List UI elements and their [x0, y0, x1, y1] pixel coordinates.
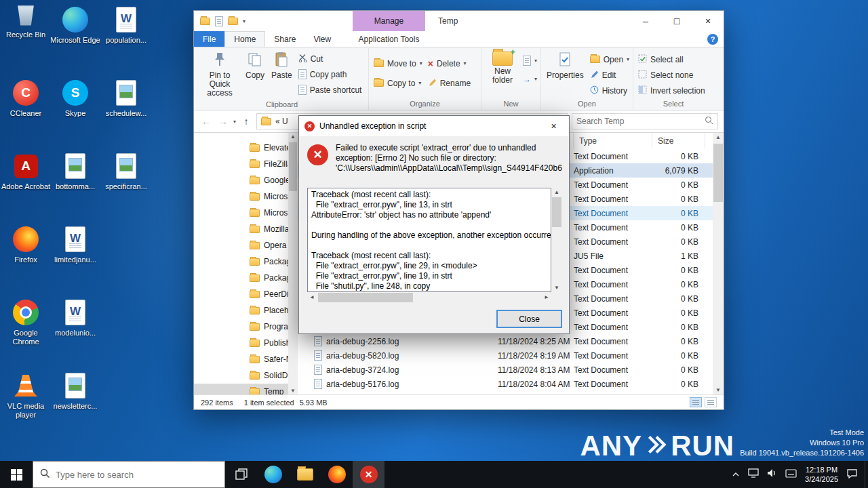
desktop-icon-skype[interactable]: S Skype [50, 79, 101, 118]
delete-button[interactable]: × Delete ▾ [425, 56, 473, 70]
desktop-icon-firefox[interactable]: Firefox [0, 225, 52, 264]
paste-shortcut-button[interactable]: Paste shortcut [296, 83, 365, 97]
show-desktop-button[interactable] [865, 461, 868, 488]
forward-button[interactable]: → [216, 116, 230, 127]
new-folder-button[interactable]: + New folder [484, 49, 521, 87]
paste-button[interactable]: Paste [268, 49, 296, 82]
tree-item-elevate[interactable]: Elevate [194, 140, 298, 156]
easy-access-button[interactable]: → ▾ [521, 72, 538, 86]
taskbar-clock[interactable]: 12:18 PM 3/24/2025 [805, 465, 838, 484]
breadcrumb[interactable]: « U [275, 117, 288, 126]
taskbar-file-explorer-button[interactable] [289, 461, 321, 488]
tree-item-temp[interactable]: Temp [194, 384, 298, 394]
copy-path-button[interactable]: Copy path [296, 67, 365, 81]
qat-customize-chevron-icon[interactable]: ▾ [243, 18, 245, 24]
file-row[interactable]: aria-debug-5176.log11/18/2024 8:04 AMTex… [298, 377, 724, 391]
recent-locations-chevron-icon[interactable]: ▾ [233, 119, 236, 125]
tree-item-programs[interactable]: Progra... [194, 319, 298, 335]
keyboard-tray-icon[interactable] [785, 468, 797, 481]
tree-scrollbar[interactable]: ▲ ▼ [288, 133, 298, 394]
start-button[interactable] [0, 461, 33, 488]
column-header-type[interactable]: Type [574, 133, 652, 149]
search-input[interactable] [576, 117, 702, 126]
move-to-button[interactable]: Move to ▾ [371, 56, 425, 70]
help-icon[interactable]: ? [707, 34, 718, 45]
search-box[interactable] [572, 113, 718, 129]
column-header-size[interactable]: Size [652, 133, 705, 149]
title-bar[interactable]: ▾ Manage Temp – □ × [194, 11, 724, 31]
tree-item-microsoft-1[interactable]: Micros... [194, 188, 298, 205]
back-button[interactable]: ← [199, 116, 213, 127]
tree-item-publishers[interactable]: Publish... [194, 335, 298, 351]
desktop-icon-ccleaner[interactable]: C CCleaner [0, 79, 52, 118]
file-row[interactable]: aria-debug-5820.log11/18/2024 8:19 AMTex… [298, 348, 724, 363]
task-view-button[interactable] [225, 461, 257, 488]
select-none-button[interactable]: Select none [635, 68, 708, 82]
tree-item-microsoft-2[interactable]: Micros... [194, 205, 298, 221]
display-tray-icon[interactable] [748, 468, 759, 481]
qat-new-folder-icon[interactable] [228, 18, 238, 25]
details-view-button[interactable] [690, 397, 702, 407]
tree-item-opera[interactable]: Opera [194, 237, 298, 253]
properties-button[interactable]: Properties [543, 49, 587, 82]
file-list-scrollbar-thumb[interactable] [713, 144, 723, 202]
desktop-icon-edge[interactable]: Microsoft Edge [50, 5, 101, 45]
taskbar-edge-button[interactable] [257, 461, 289, 488]
scroll-up-icon[interactable]: ▲ [288, 134, 298, 140]
scroll-up-icon[interactable]: ▲ [713, 134, 724, 140]
desktop-icon-recycle-bin[interactable]: Recycle Bin [0, 0, 52, 39]
open-button[interactable]: Open ▾ [587, 52, 632, 66]
new-item-button[interactable]: ▾ [521, 54, 538, 68]
scroll-up-icon[interactable]: ▲ [551, 189, 562, 195]
tree-item-placeholder[interactable]: Placeho... [194, 302, 298, 319]
tree-item-peerdis[interactable]: PeerDis... [194, 286, 298, 302]
tree-item-packages-2[interactable]: Packag... [194, 270, 298, 286]
scroll-down-icon[interactable]: ▼ [551, 285, 562, 291]
file-row[interactable]: aria-debug-3724.log11/18/2024 8:13 AMTex… [298, 363, 724, 377]
close-button[interactable]: × [692, 11, 724, 31]
dialog-close-icon[interactable]: × [538, 116, 569, 136]
qat-properties-icon[interactable] [215, 16, 223, 26]
scroll-down-icon[interactable]: ▼ [288, 388, 298, 394]
traceback-text[interactable]: Traceback (most recent call last): File … [307, 188, 551, 292]
desktop-icon-vlc[interactable]: VLC media player [0, 371, 52, 420]
taskbar-search-box[interactable] [33, 461, 225, 488]
scroll-right-icon[interactable]: ► [544, 294, 549, 300]
desktop-icon-limitedjanu[interactable]: limitedjanu... [50, 225, 101, 264]
invert-selection-button[interactable]: Invert selection [635, 83, 708, 98]
tree-item-filezilla[interactable]: FileZilla [194, 156, 298, 172]
up-button[interactable]: ↑ [239, 116, 253, 127]
tab-view[interactable]: View [304, 31, 340, 47]
taskbar-error-app-button[interactable]: ✕ [353, 461, 384, 488]
search-icon[interactable] [705, 116, 713, 127]
cut-button[interactable]: Cut [296, 52, 365, 66]
tray-expand-chevron-icon[interactable] [732, 468, 740, 481]
taskbar-firefox-button[interactable] [321, 461, 353, 488]
rename-button[interactable]: Rename [425, 76, 473, 90]
pin-to-quick-access-button[interactable]: Pin to Quick access [197, 49, 242, 100]
select-all-button[interactable]: Select all [635, 52, 708, 66]
desktop-icon-adobe-acrobat[interactable]: A Adobe Acrobat [0, 152, 52, 191]
file-row[interactable]: aria-debug-2256.log11/18/2024 8:25 AMTex… [298, 334, 724, 348]
dialog-title-bar[interactable]: ✕ Unhandled exception in script × [299, 116, 569, 136]
dialog-vertical-scrollbar[interactable]: ▲ ▼ [551, 188, 562, 292]
tab-share[interactable]: Share [265, 31, 304, 47]
tree-item-packages-1[interactable]: Packag... [194, 253, 298, 270]
dialog-close-button[interactable]: Close [496, 310, 562, 328]
desktop-icon-specificran[interactable]: specificran... [100, 152, 152, 191]
maximize-button[interactable]: □ [661, 11, 692, 31]
tab-application-tools[interactable]: Application Tools [353, 31, 425, 47]
tree-item-google[interactable]: Google [194, 172, 298, 188]
action-center-icon[interactable] [846, 468, 858, 481]
tree-item-mozilla[interactable]: Mozilla [194, 221, 298, 237]
thumbnails-view-button[interactable] [705, 397, 717, 407]
tree-scrollbar-thumb[interactable] [289, 142, 297, 191]
dialog-hscrollbar-thumb[interactable] [318, 293, 413, 302]
desktop-icon-population[interactable]: population... [100, 5, 152, 45]
desktop-icon-schedulew[interactable]: schedulew... [100, 79, 152, 118]
desktop-icon-newsletterc[interactable]: newsletterc... [50, 371, 101, 411]
tree-item-soliddocuments[interactable]: SolidD... [194, 367, 298, 384]
file-list-scrollbar[interactable]: ▲ ▼ [713, 133, 724, 394]
taskbar-search-input[interactable] [56, 470, 218, 480]
scroll-left-icon[interactable]: ◄ [309, 294, 315, 300]
